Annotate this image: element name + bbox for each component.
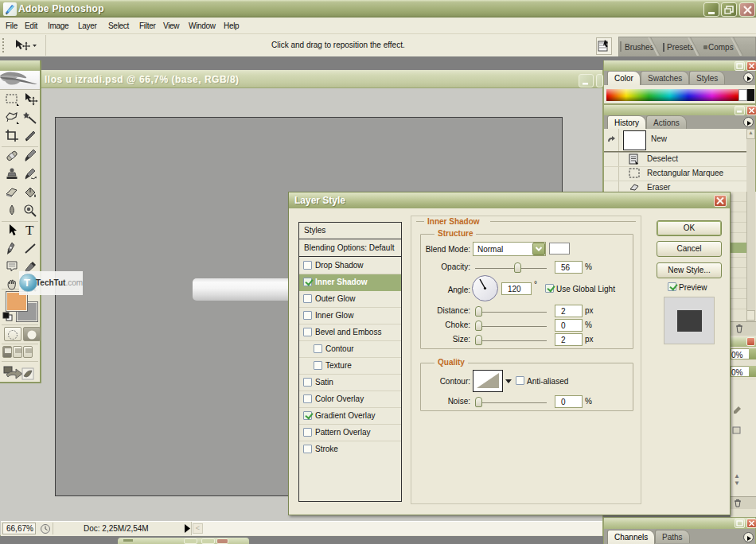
svg-text:T: T xyxy=(25,223,34,238)
